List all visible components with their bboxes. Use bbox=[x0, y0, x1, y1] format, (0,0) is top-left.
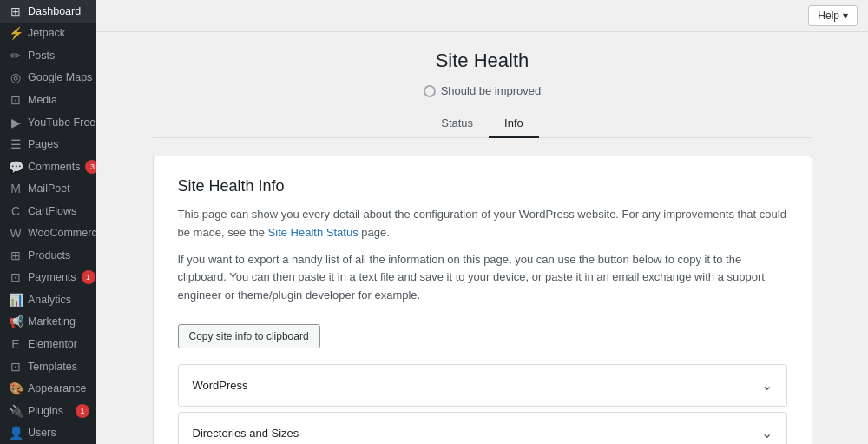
content-area: Site Health Should be improved Status In… bbox=[96, 32, 868, 444]
accordion-list: WordPress⌄Directories and Sizes⌄Drop-ins… bbox=[178, 364, 787, 444]
page-title: Site Health bbox=[153, 50, 812, 72]
sidebar-item-label: Plugins bbox=[28, 405, 63, 417]
sidebar-item-label: Analytics bbox=[28, 294, 71, 306]
help-chevron-icon: ▾ bbox=[843, 10, 848, 22]
sidebar-item-label: Pages bbox=[28, 138, 58, 150]
tab-info[interactable]: Info bbox=[489, 109, 539, 138]
help-button[interactable]: Help ▾ bbox=[808, 5, 858, 26]
sidebar-icon: 💬 bbox=[9, 160, 23, 174]
sidebar-icon: W bbox=[9, 226, 23, 240]
main-content: Help ▾ Site Health Should be improved St… bbox=[96, 0, 868, 444]
sidebar-icon: 🎨 bbox=[9, 381, 23, 395]
copy-site-info-button[interactable]: Copy site info to clipboard bbox=[178, 324, 320, 348]
tab-bar: Status Info bbox=[153, 109, 812, 138]
status-text: Should be improved bbox=[441, 84, 542, 97]
sidebar-item-dashboard[interactable]: ⊞Dashboard bbox=[0, 0, 96, 23]
sidebar-item-label: Users bbox=[28, 427, 56, 439]
sidebar-icon: ☰ bbox=[9, 137, 23, 151]
content-inner: Site Health Should be improved Status In… bbox=[153, 50, 812, 444]
status-circle-icon bbox=[424, 85, 436, 97]
accordion-header[interactable]: Directories and Sizes⌄ bbox=[179, 413, 786, 444]
sidebar-icon: ⊡ bbox=[9, 270, 23, 284]
sidebar-item-comments[interactable]: 💬Comments3 bbox=[0, 156, 96, 178]
sidebar-item-label: CartFlows bbox=[28, 205, 76, 217]
sidebar-item-cartflows[interactable]: CCartFlows bbox=[0, 200, 96, 222]
sidebar-item-analytics[interactable]: 📊Analytics bbox=[0, 288, 96, 311]
site-health-status-link[interactable]: Site Health Status bbox=[268, 226, 358, 239]
sidebar-item-label: Appearance bbox=[28, 382, 86, 394]
badge: 1 bbox=[82, 270, 95, 284]
sidebar-icon: 👤 bbox=[9, 426, 23, 440]
sidebar-item-label: Products bbox=[28, 249, 70, 262]
sidebar-icon: ⊡ bbox=[9, 360, 23, 374]
sidebar-item-label: Templates bbox=[28, 361, 77, 373]
sidebar-icon: E bbox=[9, 337, 23, 351]
sidebar-icon: ⊡ bbox=[9, 93, 23, 107]
sidebar-item-payments[interactable]: ⊡Payments1 bbox=[0, 267, 96, 289]
accordion-row: Directories and Sizes⌄ bbox=[178, 412, 787, 444]
accordion-label: WordPress bbox=[193, 379, 248, 392]
sidebar-item-label: Payments bbox=[28, 271, 76, 283]
sidebar-item-label: Dashboard bbox=[28, 5, 81, 17]
chevron-down-icon: ⌄ bbox=[761, 425, 773, 441]
sidebar-icon: ⊞ bbox=[9, 4, 23, 18]
sidebar-item-media[interactable]: ⊡Media bbox=[0, 89, 96, 111]
sidebar-item-jetpack[interactable]: ⚡Jetpack bbox=[0, 23, 96, 45]
sidebar-icon: 🔌 bbox=[9, 404, 23, 418]
sidebar-item-label: Jetpack bbox=[28, 27, 65, 39]
sidebar-icon: ◎ bbox=[9, 70, 23, 84]
sidebar-icon: C bbox=[9, 204, 23, 218]
sidebar-item-elementor[interactable]: EElementor bbox=[0, 333, 96, 355]
badge: 1 bbox=[76, 404, 89, 418]
sidebar-item-google-maps[interactable]: ◎Google Maps bbox=[0, 67, 96, 89]
sidebar-item-label: Google Maps bbox=[28, 71, 92, 83]
sidebar-item-appearance[interactable]: 🎨Appearance bbox=[0, 377, 96, 400]
sidebar-item-label: Marketing bbox=[28, 315, 76, 328]
sidebar-item-label: YouTube Free bbox=[28, 116, 95, 129]
info-description-1: This page can show you every detail abou… bbox=[178, 206, 787, 242]
sidebar-icon: ▶ bbox=[9, 116, 23, 129]
sidebar-item-label: Elementor bbox=[28, 338, 77, 350]
sidebar-item-posts[interactable]: ✏Posts bbox=[0, 44, 96, 67]
sidebar-icon: 📊 bbox=[9, 293, 23, 307]
sidebar-icon: ✏ bbox=[9, 49, 23, 63]
sidebar-item-users[interactable]: 👤Users bbox=[0, 421, 96, 444]
sidebar-item-youtube-free[interactable]: ▶YouTube Free bbox=[0, 111, 96, 134]
sidebar-item-products[interactable]: ⊞Products bbox=[0, 244, 96, 267]
info-panel: Site Health Info This page can show you … bbox=[153, 156, 812, 444]
badge: 3 bbox=[85, 160, 96, 174]
sidebar-item-woocommerce[interactable]: WWooCommerce bbox=[0, 222, 96, 244]
sidebar-item-label: Media bbox=[28, 94, 57, 106]
sidebar-item-label: MailPoet bbox=[28, 182, 70, 195]
sidebar-icon: 📢 bbox=[9, 315, 23, 328]
sidebar-item-label: WooCommerce bbox=[28, 227, 96, 239]
help-label: Help bbox=[818, 10, 839, 22]
sidebar-item-pages[interactable]: ☰Pages bbox=[0, 133, 96, 156]
accordion-header[interactable]: WordPress⌄ bbox=[179, 365, 786, 406]
sidebar-item-plugins[interactable]: 🔌Plugins1 bbox=[0, 400, 96, 422]
topbar: Help ▾ bbox=[96, 0, 868, 32]
chevron-down-icon: ⌄ bbox=[761, 377, 773, 394]
sidebar-item-marketing[interactable]: 📢Marketing bbox=[0, 311, 96, 334]
accordion-row: WordPress⌄ bbox=[178, 364, 787, 407]
sidebar-item-label: Posts bbox=[28, 50, 55, 62]
sidebar: ⊞Dashboard⚡Jetpack✏Posts◎Google Maps⊡Med… bbox=[0, 0, 96, 444]
sidebar-icon: ⊞ bbox=[9, 249, 23, 262]
tab-status[interactable]: Status bbox=[425, 109, 489, 138]
sidebar-item-mailpoet[interactable]: MMailPoet bbox=[0, 177, 96, 200]
info-panel-title: Site Health Info bbox=[178, 177, 787, 195]
status-indicator: Should be improved bbox=[153, 84, 812, 97]
sidebar-item-templates[interactable]: ⊡Templates bbox=[0, 355, 96, 378]
sidebar-icon: ⚡ bbox=[9, 26, 23, 40]
sidebar-icon: M bbox=[9, 182, 23, 195]
sidebar-item-label: Comments bbox=[28, 161, 80, 173]
accordion-label: Directories and Sizes bbox=[193, 427, 299, 440]
info-description-2: If you want to export a handy list of al… bbox=[178, 251, 787, 305]
